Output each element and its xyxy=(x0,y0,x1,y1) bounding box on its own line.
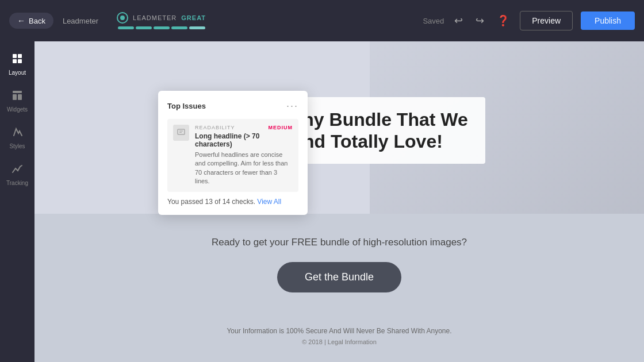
sidebar-label-widgets: Widgets xyxy=(7,106,28,113)
issue-meta: READABILITY MEDIUM xyxy=(195,125,293,130)
svg-rect-6 xyxy=(18,94,22,100)
undo-button[interactable]: ↩ xyxy=(452,12,465,29)
leadmeter-status: GREAT xyxy=(181,14,206,21)
popup-overlay: Top Issues ··· READABILITY xyxy=(158,91,308,215)
back-button[interactable]: ← Back xyxy=(9,13,53,29)
subtitle-text: Ready to get your FREE bundle of high-re… xyxy=(212,237,467,248)
lm-seg-3 xyxy=(154,26,170,29)
sidebar-item-layout[interactable]: Layout xyxy=(2,48,32,80)
content-area: Photography Bundle That Wer Helpful And … xyxy=(34,41,644,362)
popup-title: Top Issues xyxy=(167,102,206,110)
sidebar-item-widgets[interactable]: Widgets xyxy=(2,85,32,117)
tracking-icon xyxy=(12,163,23,178)
svg-rect-5 xyxy=(13,94,17,100)
issue-severity: MEDIUM xyxy=(269,125,293,130)
back-arrow-icon: ← xyxy=(17,16,25,25)
popup-more-button[interactable]: ··· xyxy=(286,100,298,112)
issue-icon xyxy=(173,125,189,141)
security-text: Your Information is 100% Secure And Will… xyxy=(227,327,451,335)
svg-rect-3 xyxy=(18,59,22,63)
sidebar-item-tracking[interactable]: Tracking xyxy=(2,159,32,191)
issue-desc: Powerful headlines are concise and compe… xyxy=(195,151,293,186)
styles-icon xyxy=(12,126,23,141)
popup-header: Top Issues ··· xyxy=(167,100,298,112)
svg-rect-1 xyxy=(18,54,22,58)
below-hero: Ready to get your FREE bundle of high-re… xyxy=(34,214,644,357)
saved-status: Saved xyxy=(423,17,444,25)
view-all-link[interactable]: View All xyxy=(257,198,281,206)
back-label: Back xyxy=(29,17,45,25)
lm-seg-5 xyxy=(189,26,205,29)
topbar-right: Saved ↩ ↪ ❓ Preview Publish xyxy=(423,11,635,30)
page-preview: Photography Bundle That Wer Helpful And … xyxy=(34,41,644,362)
layout-icon xyxy=(12,53,23,67)
sidebar-label-styles: Styles xyxy=(9,143,25,149)
leadmeter-icon xyxy=(117,12,128,24)
publish-button[interactable]: Publish xyxy=(581,11,635,30)
popup-footer-text: You passed 13 of 14 checks. xyxy=(167,198,255,206)
help-button[interactable]: ❓ xyxy=(494,12,512,29)
popup-footer: You passed 13 of 14 checks. View All xyxy=(167,198,298,206)
hero-section: Photography Bundle That Wer Helpful And … xyxy=(34,41,644,214)
leadmeter-icon-inner xyxy=(120,16,125,20)
sidebar-item-styles[interactable]: Styles xyxy=(2,122,32,154)
svg-rect-7 xyxy=(178,129,185,134)
sidebar-label-tracking: Tracking xyxy=(6,180,28,186)
widgets-icon xyxy=(12,90,23,104)
issue-content: READABILITY MEDIUM Long headline (> 70 c… xyxy=(195,125,293,186)
issue-row: READABILITY MEDIUM Long headline (> 70 c… xyxy=(167,119,298,192)
leadmeter-section[interactable]: LEADMETER GREAT xyxy=(117,12,206,29)
svg-rect-4 xyxy=(13,91,22,93)
main-area: Layout Widgets Styles xyxy=(0,41,644,362)
popup-box: Top Issues ··· READABILITY xyxy=(158,91,308,215)
issue-name: Long headline (> 70 characters) xyxy=(195,132,293,148)
leadmeter-title: LEADMETER xyxy=(133,14,177,21)
cta-button[interactable]: Get the Bundle xyxy=(277,262,401,292)
sidebar: Layout Widgets Styles xyxy=(0,41,34,362)
redo-button[interactable]: ↪ xyxy=(473,12,486,29)
topbar: ← Back Leadmeter LEADMETER GREAT Saved ↩… xyxy=(0,0,644,41)
svg-rect-2 xyxy=(13,59,17,63)
preview-button[interactable]: Preview xyxy=(520,11,573,30)
leadmeter-bar xyxy=(118,26,205,29)
lm-seg-1 xyxy=(118,26,134,29)
leadmeter-label-text: Leadmeter xyxy=(63,17,98,25)
footer-legal: © 2018 | Legal Information xyxy=(302,338,377,345)
leadmeter-top: LEADMETER GREAT xyxy=(117,12,206,24)
sidebar-label-layout: Layout xyxy=(9,70,26,76)
svg-rect-0 xyxy=(13,54,17,58)
lm-seg-4 xyxy=(171,26,187,29)
lm-seg-2 xyxy=(136,26,152,29)
issue-type: READABILITY xyxy=(195,125,235,130)
